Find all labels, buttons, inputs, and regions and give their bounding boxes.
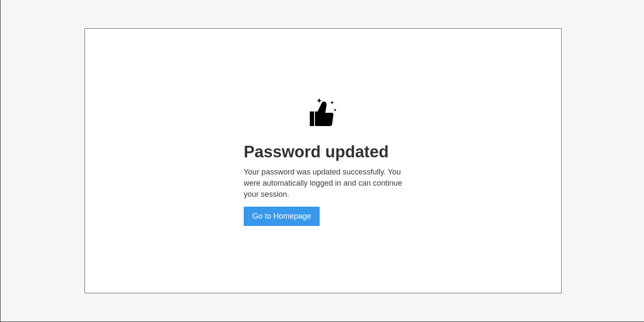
thumbs-up-sparkle-icon	[306, 96, 340, 131]
svg-rect-0	[310, 111, 314, 126]
page-title: Password updated	[244, 143, 389, 161]
go-to-homepage-button[interactable]: Go to Homepage	[244, 207, 320, 226]
content-block: Password updated Your password was updat…	[244, 96, 402, 226]
description-text: Your password was updated successfully. …	[244, 166, 402, 200]
confirmation-card: Password updated Your password was updat…	[85, 28, 562, 293]
